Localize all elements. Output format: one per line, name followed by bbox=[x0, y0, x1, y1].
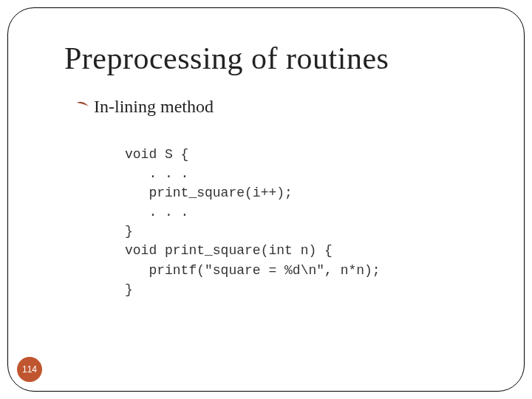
bullet-icon bbox=[75, 98, 91, 117]
page-number: 114 bbox=[22, 364, 37, 375]
bullet-item: In-lining method bbox=[75, 97, 214, 117]
slide-title: Preprocessing of routines bbox=[64, 41, 389, 76]
slide-frame: Preprocessing of routines In-lining meth… bbox=[7, 7, 525, 392]
page-number-badge: 114 bbox=[17, 357, 42, 382]
bullet-text: In-lining method bbox=[94, 97, 214, 117]
code-block: void S { . . . print_square(i++); . . . … bbox=[125, 145, 381, 299]
